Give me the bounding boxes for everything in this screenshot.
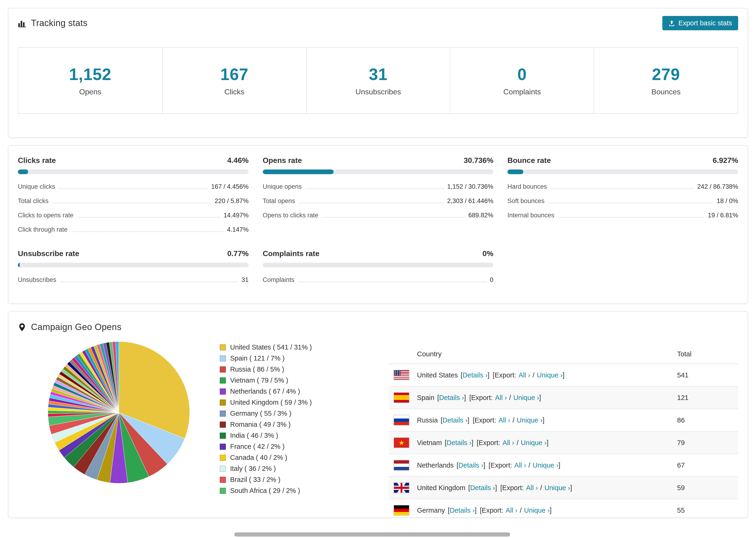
rate-stat-value: 18 / 0% [717,197,738,205]
bracket: [ [473,416,474,424]
rate-stat-row: Internal bounces 19 / 6.81% [507,208,738,223]
bracket: ] [471,439,473,447]
stat-label: Complaints [503,87,541,96]
dotted-leader [299,203,444,203]
export-basic-stats-button[interactable]: Export basic stats [662,16,738,30]
bracket: ] [543,416,544,424]
geo-pie-legend: United States ( 541 / 31% ) Spain ( 121 … [220,344,379,498]
rate-title: Unsubscribe rate [18,249,79,258]
legend-label: Spain ( 121 / 7% ) [230,354,285,362]
legend-color-swatch [220,344,226,350]
legend-color-swatch [220,377,226,384]
geo-table-header: Country Total [389,345,738,364]
rate-panel: Unsubscribe rate 0.77% Unsubscribes 31 [18,249,249,287]
slash-separator: / [528,461,530,469]
bracket: [ [460,371,462,379]
rate-value: 30.736% [464,156,493,165]
export-unique-link[interactable]: Unique › [537,371,563,379]
rate-stat-row: Opens to clicks rate 689.82% [263,208,494,223]
details-link[interactable]: Details › [458,461,483,469]
export-all-link[interactable]: All › [514,461,526,469]
bracket: [ [469,394,471,402]
tracking-stats-page: Tracking stats Export basic stats 1,152 … [0,0,756,538]
country-total: 541 [677,371,733,379]
rate-stat-label: Opens to clicks rate [263,212,318,219]
legend-item: United Kingdom ( 59 / 3% ) [220,399,379,406]
export-unique-link[interactable]: Unique › [533,461,559,469]
rate-stat-value: 242 / 86.738% [697,183,738,190]
export-all-link[interactable]: All › [499,416,510,424]
table-row: Netherlands[Details ›][Export:All ›/Uniq… [389,454,738,476]
rate-stat-row: Hard bounces 242 / 86.738% [507,180,738,194]
export-all-link[interactable]: All › [506,507,517,514]
stat-value: 279 [652,65,680,84]
legend-label: France ( 42 / 2% ) [230,443,285,451]
details-link[interactable]: Details › [470,484,495,492]
bracket: [ [445,439,447,447]
campaign-geo-opens-card: Campaign Geo Opens United States ( 541 /… [8,311,748,518]
rate-stat-label: Hard bounces [507,183,547,190]
details-link[interactable]: Details › [447,439,471,447]
bracket: ] [483,461,485,469]
legend-item: Russia ( 86 / 5% ) [220,365,379,373]
country-total: 67 [677,461,733,469]
legend-label: Germany ( 55 / 3% ) [230,409,291,417]
dotted-leader [298,282,486,282]
export-unique-link[interactable]: Unique › [524,507,550,514]
legend-color-swatch [220,422,226,428]
table-row: Russia[Details ›][Export:All ›/Unique ›]… [389,409,738,431]
country-flag [394,370,409,381]
slash-separator: / [520,507,522,514]
progress-bar-fill [263,170,334,174]
bracket: [ [500,484,502,492]
horizontal-scrollbar-thumb[interactable] [234,532,510,537]
legend-label: United States ( 541 / 31% ) [230,344,312,351]
export-all-link[interactable]: All › [519,371,530,379]
export-all-link[interactable]: All › [503,439,514,447]
stat-box: 31 Unsubscribes [306,48,450,113]
stats-row: 1,152 Opens 167 Clicks 31 Unsubscribes 0… [18,47,738,114]
rate-stat-label: Click through rate [18,226,68,233]
map-pin-icon [18,323,26,331]
slash-separator: / [509,394,511,402]
export-all-link[interactable]: All › [526,484,538,492]
export-label: Export: [478,439,500,447]
export-unique-link[interactable]: Unique › [521,439,547,447]
table-row: Germany[Details ›][Export:All ›/Unique ›… [389,499,738,518]
table-row: United Kingdom[Details ›][Export:All ›/U… [389,476,738,499]
bracket: [ [493,371,495,379]
progress-bar-fill [18,263,20,267]
details-link[interactable]: Details › [439,394,464,402]
page-title: Tracking stats [31,18,87,28]
stat-box: 0 Complaints [450,48,594,113]
details-link[interactable]: Details › [443,416,467,424]
rate-stat-row: Unsubscribes 31 [18,273,249,287]
progress-bar [18,263,249,267]
dotted-leader [60,282,238,282]
export-unique-link[interactable]: Unique › [517,416,543,424]
legend-label: Canada ( 40 / 2% ) [230,454,287,461]
legend-item: Canada ( 40 / 2% ) [220,454,379,461]
stat-value: 31 [369,65,388,84]
rate-stat-label: Soft bounces [507,197,544,205]
bracket: [ [480,507,482,514]
legend-item: Vietnam ( 79 / 5% ) [220,377,379,384]
export-label: Export: [502,484,524,492]
table-row: Vietnam[Details ›][Export:All ›/Unique ›… [389,431,738,454]
geo-pie-chart[interactable] [47,341,190,484]
dotted-leader [551,188,693,189]
export-all-link[interactable]: All › [495,394,507,402]
export-label: Export: [482,507,503,514]
dotted-leader [71,232,223,232]
rate-stat-row: Soft bounces 18 / 0% [507,194,738,208]
legend-item: Netherlands ( 67 / 4% ) [220,388,379,395]
rate-stat-row: Unique opens 1,152 / 30.736% [263,180,494,194]
total-column-header: Total [677,350,733,358]
details-link[interactable]: Details › [450,507,474,514]
slash-separator: / [540,484,542,492]
details-link[interactable]: Details › [462,371,487,379]
country-name: Vietnam [417,439,442,447]
country-name: United States [417,371,458,379]
export-unique-link[interactable]: Unique › [544,484,570,492]
export-unique-link[interactable]: Unique › [513,394,539,402]
